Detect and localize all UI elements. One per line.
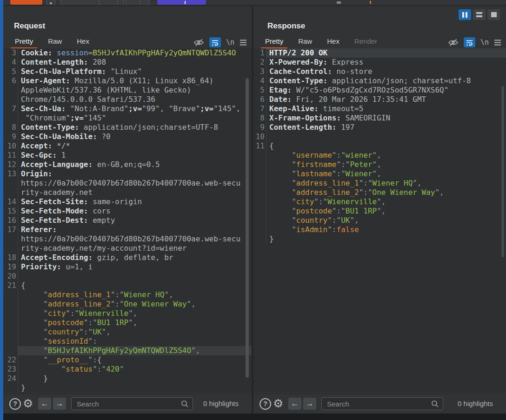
- tab-row: PrettyRawHex: [11, 35, 196, 49]
- line-number: [253, 225, 266, 234]
- line-number: 4: [253, 76, 266, 86]
- response-panel-title: Response: [267, 21, 305, 31]
- code-line: 14Sec-Fetch-Site: same-origin: [3, 197, 252, 207]
- tab-hex[interactable]: Hex: [323, 35, 344, 49]
- code-line: 20: [3, 272, 252, 281]
- tab-raw[interactable]: Raw: [44, 35, 66, 49]
- code-line: rity-academy.net/my-account?id=wiener: [3, 244, 252, 253]
- settings-gear-icon[interactable]: ⚙: [23, 396, 33, 411]
- menu-icon[interactable]: [240, 40, 247, 46]
- code-line: 23 "status":"420": [3, 365, 252, 374]
- tab-pretty[interactable]: Pretty: [261, 35, 287, 49]
- hide-nonprintable-eye-icon[interactable]: [193, 39, 204, 47]
- code-line: "B5HJvfAIKhPPgHAFy2yQmNTQWDlZ5S4O",: [3, 346, 252, 355]
- code-line: 7Keep-Alive: timeout=5: [253, 104, 506, 113]
- code-line: 1HTTP/2 200 OK: [253, 48, 506, 58]
- editor[interactable]: 1HTTP/2 200 OK2X-Powered-By: Express3Cac…: [253, 48, 506, 393]
- highlights-count: 0 highlights: [458, 400, 493, 407]
- line-number: 17: [3, 225, 18, 234]
- code-line: 8X-Frame-Options: SAMEORIGIN: [253, 113, 506, 123]
- word-wrap-icon[interactable]: [209, 37, 221, 47]
- code-line: "Chromium";v="145": [3, 113, 252, 123]
- tab-render[interactable]: Render: [350, 35, 381, 49]
- code-line: "address_line_1":"Wiener HQ",: [3, 290, 252, 300]
- code-line: 17Referer:: [3, 225, 252, 234]
- code-line: 9Content-Length: 197: [253, 123, 506, 132]
- prev-match-button[interactable]: ←: [288, 398, 301, 410]
- code-line: Chrome/145.0.0.0 Safari/537.36: [3, 95, 252, 104]
- next-match-button[interactable]: →: [53, 398, 66, 410]
- line-number: 4: [3, 58, 18, 67]
- prev-match-button[interactable]: ←: [38, 398, 51, 410]
- action-button[interactable]: [157, 0, 206, 5]
- line-number: [3, 383, 18, 393]
- request-panel: Request PrettyRawHex \n: [3, 6, 252, 413]
- code-line: 9Sec-Ch-Ua-Mobile: ?0: [3, 132, 252, 141]
- code-line: 4Content-Length: 208: [3, 58, 252, 67]
- code-line: 13Origin:: [3, 169, 252, 179]
- line-number: [3, 113, 18, 123]
- editor[interactable]: 3Cookie: session=B5HJvfAIKhPPgHAFy2yQmNT…: [3, 48, 252, 393]
- menu-icon[interactable]: [494, 40, 501, 46]
- line-number: 6: [253, 95, 266, 104]
- newline-icon[interactable]: \n: [480, 38, 489, 47]
- hide-nonprintable-eye-icon[interactable]: [448, 39, 459, 47]
- newline-icon[interactable]: \n: [226, 38, 234, 47]
- code-line: "postcode":"BU1 1RP",: [253, 207, 506, 216]
- line-number: 10: [3, 141, 18, 151]
- line-number: 18: [3, 253, 18, 262]
- code-line: AppleWebKit/537.36 (KHTML, like Gecko): [3, 86, 252, 95]
- line-number: [3, 337, 18, 346]
- cancel-button[interactable]: [47, 0, 55, 6]
- line-number: [3, 86, 18, 95]
- search-input[interactable]: [321, 397, 443, 410]
- settings-gear-icon[interactable]: ⚙: [273, 396, 283, 411]
- help-icon[interactable]: ?: [260, 398, 271, 410]
- code-line: 16Sec-Fetch-Dest: empty: [3, 216, 252, 225]
- next-match-button[interactable]: →: [303, 398, 316, 410]
- burp-repeater-window: Request PrettyRawHex \n: [0, 0, 506, 420]
- code-line: 3Cookie: session=B5HJvfAIKhPPgHAFy2yQmNT…: [3, 48, 252, 58]
- code-line: "address_line_2":"One Wiener Way",: [253, 188, 506, 197]
- code-line: 2X-Powered-By: Express: [253, 58, 506, 67]
- line-number: [253, 216, 266, 225]
- line-number: 11: [3, 151, 18, 160]
- scrollbar[interactable]: [246, 78, 249, 378]
- toolbar-button[interactable]: [60, 0, 100, 6]
- word-wrap-icon[interactable]: [464, 37, 475, 47]
- line-number: 19: [3, 262, 18, 272]
- line-number: 15: [3, 207, 18, 216]
- line-number: 13: [3, 169, 18, 179]
- line-number: 5: [253, 86, 266, 95]
- code-line: 19Priority: u=1, i: [3, 262, 252, 272]
- code-line: https://0a7b00c70407b67d80b267b4007700ae…: [3, 234, 252, 244]
- target-icon-fragment: [337, 1, 341, 4]
- single-pane-icon[interactable]: [487, 9, 500, 20]
- line-number: 8: [253, 113, 266, 123]
- tab-pretty[interactable]: Pretty: [11, 35, 37, 49]
- line-number: 11: [253, 141, 266, 151]
- code-line: 24 }: [3, 374, 252, 383]
- scrollbar[interactable]: [501, 86, 504, 257]
- code-line: "address_line_2":"One Wiener Way",: [3, 300, 252, 309]
- search-input[interactable]: [71, 397, 193, 410]
- code-line: }: [3, 383, 252, 393]
- code-line: 11Sec-Gpc: 1: [3, 151, 252, 160]
- line-number: 7: [253, 104, 266, 113]
- history-back-button-group[interactable]: [99, 0, 124, 6]
- history-forward-button-group[interactable]: [126, 0, 149, 6]
- line-number: [253, 169, 266, 179]
- tab-hex[interactable]: Hex: [73, 35, 93, 49]
- split-rows-icon[interactable]: [473, 9, 486, 20]
- help-icon[interactable]: ?: [9, 398, 21, 410]
- line-number: 16: [3, 216, 18, 225]
- code-line: "city":"Wienerville",: [253, 197, 506, 207]
- split-columns-icon[interactable]: [459, 9, 471, 20]
- highlights-count: 0 highlights: [203, 400, 239, 407]
- target-icon-fragment: [370, 1, 371, 4]
- line-number: 7: [3, 104, 18, 113]
- tab-raw[interactable]: Raw: [294, 35, 316, 49]
- send-button[interactable]: [10, 0, 42, 5]
- code-line: 6Date: Fri, 20 Mar 2026 17:35:41 GMT: [253, 95, 506, 104]
- code-line: 12Accept-Language: en-GB,en;q=0.5: [3, 160, 252, 169]
